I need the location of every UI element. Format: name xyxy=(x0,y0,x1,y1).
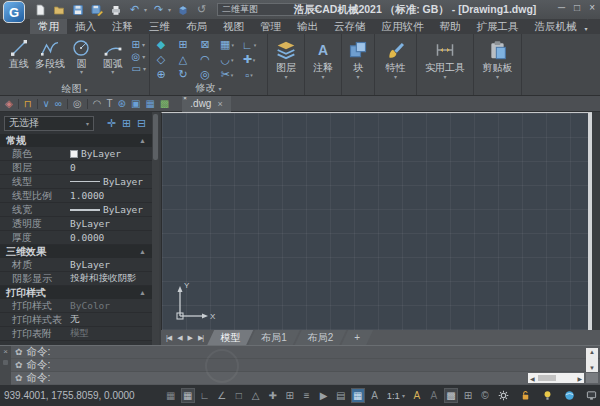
layout-tab-模型[interactable]: 模型 xyxy=(207,330,253,345)
select-filter-icon[interactable]: ✛ xyxy=(105,117,118,130)
arc-button[interactable]: 圆弧▾ xyxy=(97,36,128,75)
modify-tool-icon-5[interactable]: ∟▾ xyxy=(238,39,260,51)
line-button[interactable]: 直线 xyxy=(3,36,34,69)
modify-tool-icon-4[interactable]: ▦▾ xyxy=(216,38,238,51)
property-row[interactable]: 图层0 xyxy=(0,161,152,175)
object-snap-icon[interactable]: □ xyxy=(232,388,246,403)
print-icon[interactable] xyxy=(108,2,123,17)
drawing-tab[interactable]: × .dwg × xyxy=(182,96,230,112)
window-blue-icon[interactable]: ▣ xyxy=(131,97,140,111)
utilities-panel[interactable]: 实用工具▾ xyxy=(417,34,474,95)
collapse-icon[interactable]: ▲ xyxy=(139,248,146,255)
ribbon-tab-插入[interactable]: 插入 xyxy=(67,19,104,34)
new-file-icon[interactable] xyxy=(32,2,47,17)
modify-tool-icon-10[interactable]: ✚▾ xyxy=(238,53,260,66)
rect-array-button[interactable]: ⊞▾ xyxy=(132,39,146,50)
property-row[interactable]: 打印样式表无 xyxy=(0,313,152,327)
property-row[interactable]: 透明度ByLayer xyxy=(0,217,152,231)
rectangle-button[interactable]: ▭▾ xyxy=(132,63,146,74)
ribbon-tab-布局[interactable]: 布局 xyxy=(178,19,215,34)
section-header-打印样式[interactable]: 打印样式▲ xyxy=(0,286,152,299)
spline-fit-icon[interactable]: ∨ xyxy=(43,97,50,111)
select-objects-icon[interactable]: ⊟ xyxy=(135,117,148,130)
undo-icon[interactable]: ↶ xyxy=(127,2,142,17)
quick-calc-icon[interactable]: ⊞ xyxy=(461,388,475,403)
command-vscrollbar[interactable]: ▲▼ xyxy=(586,348,598,372)
property-row[interactable]: 打印样式ByColor xyxy=(0,299,152,313)
modify-tool-icon-6[interactable]: ◇ xyxy=(150,53,172,66)
bracket-tool-icon[interactable]: ⊓ xyxy=(24,97,32,111)
model-space-icon[interactable] xyxy=(563,388,577,403)
block-panel[interactable]: 块▾ xyxy=(342,34,375,95)
donut-button[interactable]: ◎▾ xyxy=(132,51,146,62)
polar-tracking-icon[interactable]: ∠ xyxy=(215,388,229,403)
ortho-mode-icon[interactable]: ∟ xyxy=(198,388,212,403)
arc-tool-icon[interactable]: ◠ xyxy=(93,97,102,111)
selection-dropdown[interactable]: 无选择 ▾ xyxy=(4,116,94,131)
property-row[interactable]: 线型比例1.0000 xyxy=(0,189,152,203)
annotation-scale-control[interactable]: 1:1▾ xyxy=(387,390,405,401)
marker-icon[interactable]: ◈ xyxy=(5,97,13,111)
property-row[interactable]: 材质ByLayer xyxy=(0,258,152,272)
property-row[interactable]: 线宽ByLayer xyxy=(0,203,152,217)
monitor-icon[interactable] xyxy=(585,388,599,403)
gears-icon[interactable]: ⊛ xyxy=(118,97,126,111)
save-icon[interactable] xyxy=(70,2,85,17)
draw-panel-footer[interactable]: 绘图 ▾ xyxy=(0,83,149,95)
annotation-person-icon[interactable]: A xyxy=(368,388,382,403)
close-button[interactable]: × xyxy=(589,2,595,13)
ribbon-tab-帮助[interactable]: 帮助 xyxy=(432,19,469,34)
modify-tool-icon-13[interactable]: ◎ xyxy=(194,68,216,81)
command-input-line[interactable]: ✿命令: xyxy=(11,372,600,385)
snap-mode-icon[interactable]: ▦ xyxy=(164,388,178,403)
modify-tool-icon-15[interactable]: ▫▾ xyxy=(238,69,260,81)
ribbon-tab-输出[interactable]: 输出 xyxy=(289,19,326,34)
redo-icon[interactable]: ↷ xyxy=(151,2,166,17)
ribbon-tab-视图[interactable]: 视图 xyxy=(215,19,252,34)
clipboard-panel[interactable]: 剪贴板▾ xyxy=(474,34,522,95)
app-logo-icon[interactable]: G xyxy=(3,1,25,23)
section-header-常规[interactable]: 常规▲ xyxy=(0,134,152,147)
command-close-icon[interactable]: × xyxy=(3,348,8,356)
collapse-icon[interactable]: ▲ xyxy=(139,137,146,144)
command-hscrollbar[interactable]: ◀▶ xyxy=(528,373,584,383)
open-folder-icon[interactable] xyxy=(51,2,66,17)
modify-tool-icon-14[interactable]: ✂▾ xyxy=(216,68,238,81)
ribbon-tab-云存储[interactable]: 云存储 xyxy=(326,19,374,34)
object-snap-tracking-icon[interactable]: ✚ xyxy=(266,388,280,403)
ribbon-tab-扩展工具[interactable]: 扩展工具 xyxy=(469,19,527,34)
grid-display-icon[interactable]: ▦ xyxy=(181,388,195,403)
text-tool-icon[interactable]: T xyxy=(106,97,112,111)
property-row[interactable]: 线型ByLayer xyxy=(0,175,152,189)
modify-tool-icon-7[interactable]: △ xyxy=(172,53,194,66)
layout-nav-icon-2[interactable]: ◀ xyxy=(177,334,181,342)
lineweight-icon[interactable]: ≡ xyxy=(300,388,314,403)
palette-scrollbar[interactable] xyxy=(152,112,159,345)
clean-screen-icon[interactable]: © xyxy=(478,388,492,403)
ribbon-tab-浩辰机械[interactable]: 浩辰机械 xyxy=(527,19,585,34)
modify-tool-icon-12[interactable]: ↻ xyxy=(172,68,194,81)
annotate-panel[interactable]: A注释▾ xyxy=(305,34,342,95)
circle-button[interactable]: 圆▾ xyxy=(66,36,97,75)
layout-tab-布局1[interactable]: 布局1 xyxy=(248,330,300,345)
property-row[interactable]: 打印表附模型 xyxy=(0,327,152,341)
modify-tool-icon-8[interactable]: ◠ xyxy=(194,53,216,66)
polyline-button[interactable]: 多段线▾ xyxy=(34,36,65,75)
command-history-line[interactable]: ✿命令: xyxy=(11,346,600,359)
isometric-drafting-icon[interactable]: ▩ xyxy=(444,388,458,403)
hardware-acceleration-icon[interactable]: ▦ xyxy=(351,388,365,403)
maximize-button[interactable]: □ xyxy=(574,2,580,13)
property-row[interactable]: 阴影显示投射和接收阴影 xyxy=(0,272,152,286)
chevron-down-icon[interactable]: ▾ xyxy=(168,6,171,13)
ribbon-tab-三维[interactable]: 三维 xyxy=(141,19,178,34)
tab-close-icon[interactable]: × xyxy=(217,99,222,109)
layout-nav-icon-3[interactable]: ▶ xyxy=(188,334,192,342)
annotation-visibility-icon[interactable]: A xyxy=(410,388,424,403)
modify-tool-icon-2[interactable]: ⊞ xyxy=(172,38,194,51)
coordinates-display[interactable]: 939.4001, 1755.8059, 0.0000 xyxy=(4,390,135,401)
command-grip[interactable] xyxy=(3,360,8,365)
dynamic-ucs-icon[interactable]: ⊞ xyxy=(283,388,297,403)
modify-tool-icon-11[interactable]: ⊕ xyxy=(150,68,172,81)
layout-tab-布局2[interactable]: 布局2 xyxy=(295,330,347,345)
target-icon[interactable]: ◎ xyxy=(73,97,82,111)
